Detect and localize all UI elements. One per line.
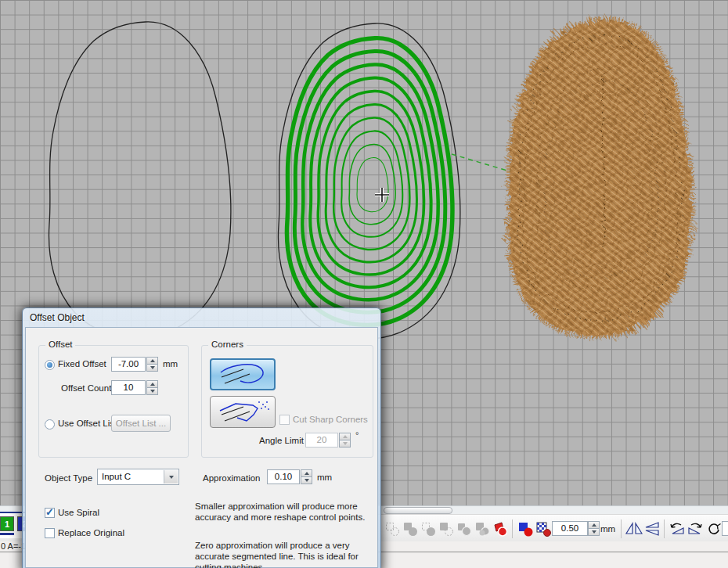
corners-group: Corners Cut Sharp Corners Angle Limit 20… [201,345,373,458]
mirror-vertical-button[interactable] [643,519,661,538]
shape-op-icon-1 [384,521,400,537]
shape-op-button-3[interactable] [419,519,437,538]
shape-op-button-4[interactable] [437,519,455,538]
shape-op-icon-6 [474,521,490,537]
spiral-offset-shape [278,23,460,339]
color-swatch-1[interactable]: 1 [0,516,14,531]
sharp-corners-button[interactable] [210,396,276,428]
approximation-label: Approximation [203,473,261,483]
object-type-value: Input C [102,472,131,481]
selected-color-underline [0,533,14,535]
fixed-offset-radio[interactable] [45,360,55,370]
angle-limit-stepper[interactable] [339,433,351,448]
rotate-right-icon [687,521,704,537]
shape-op-icon-5 [456,521,472,537]
approximation-note-2: Zero approximation will produce a very a… [195,540,381,568]
toolbar-separator [621,519,622,538]
use-spiral-checkbox[interactable] [45,508,55,518]
shape-tools: 0.50 mm [383,515,728,542]
rotate-left-button[interactable] [668,519,686,538]
dialog-body: Offset Fixed Offset -7.00 mm Offset Coun… [25,327,378,568]
mirror-horizontal-icon [625,521,643,537]
fixed-offset-input[interactable]: -7.00 [111,357,146,372]
approximation-note-1: Smaller approximation will produce more … [195,501,381,523]
pattern-offset-icon [535,521,551,537]
shape-op-button-6[interactable] [473,519,491,538]
replace-original-label: Replace Original [58,528,124,537]
shape-op-icon-7 [492,521,508,537]
toolbar-separator [512,519,513,538]
offset-object-dialog: Offset Object Offset Fixed Offset -7.00 … [22,307,381,568]
replace-original-checkbox[interactable] [45,528,55,538]
use-offset-list-label: Use Offset List [58,419,117,428]
cut-sharp-corners-checkbox[interactable] [279,415,290,425]
cut-sharp-corners-label: Cut Sharp Corners [293,415,368,424]
shape-op-button-1[interactable] [383,519,401,538]
rotate-reset-icon [705,521,721,537]
approximation-stepper[interactable] [301,469,312,484]
approximation-input[interactable]: 0.10 [267,469,300,484]
offset-count-label: Offset Count [61,383,111,393]
shape-op-icon-3 [420,521,436,537]
rotate-left-icon [669,521,686,537]
offset-tool-icon [517,521,533,537]
angle-limit-unit: ° [355,430,359,440]
shape-op-icon-4 [438,521,454,537]
round-corners-icon [214,361,272,388]
use-spiral-label: Use Spiral [58,508,99,517]
offset-distance-unit: mm [600,524,615,534]
pattern-offset-button[interactable] [534,519,552,538]
rotate-reset-button[interactable] [704,519,722,538]
offset-list-button[interactable]: Offset List ... [111,415,171,432]
offset-distance-input[interactable]: 0.50 [552,521,588,536]
shape-op-button-2[interactable] [401,519,419,538]
sharp-corners-icon [214,399,272,426]
dialog-title[interactable]: Offset Object [25,311,378,327]
fixed-offset-stepper[interactable] [146,357,158,372]
shape-op-button-5[interactable] [455,519,473,538]
rotate-right-button[interactable] [686,519,704,538]
mirror-horizontal-button[interactable] [625,519,643,538]
fixed-offset-label: Fixed Offset [58,359,106,368]
offset-distance-stepper[interactable] [588,521,600,536]
mirror-vertical-icon [643,521,661,537]
chevron-down-icon [164,470,178,484]
approximation-unit: mm [317,473,332,482]
toolbar-separator [664,519,665,538]
shape-op-button-7[interactable] [491,519,509,538]
offset-count-stepper[interactable] [146,380,158,395]
offset-group-label: Offset [45,340,75,349]
offset-count-input[interactable]: 10 [111,380,146,395]
object-type-dropdown[interactable]: Input C [97,469,179,485]
object-type-label: Object Type [45,473,92,483]
angle-limit-label: Angle Limit [259,436,304,445]
use-offset-list-radio[interactable] [45,419,55,430]
fixed-offset-unit: mm [163,359,178,368]
rotate-angle-input[interactable] [722,521,728,536]
scrollbar-thumb[interactable] [384,507,452,514]
offset-group: Offset Fixed Offset -7.00 mm Offset Coun… [38,345,189,458]
offset-tool-button[interactable] [516,519,534,538]
shape-op-icon-2 [402,521,418,537]
corners-group-label: Corners [208,340,247,349]
outline-shape [49,22,230,337]
round-corners-button[interactable] [210,358,276,390]
stitched-shape [509,20,690,336]
angle-limit-input[interactable]: 20 [305,433,338,448]
